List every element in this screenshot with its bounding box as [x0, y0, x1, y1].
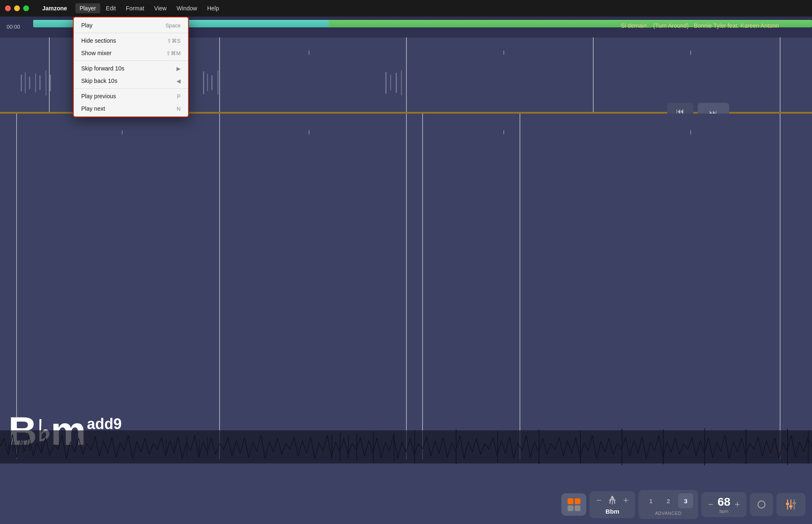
pitch-icon	[607, 495, 618, 506]
menu-divider-1	[74, 33, 188, 33]
svg-rect-4	[39, 75, 41, 90]
beat-buttons-row: 1 2 3	[643, 493, 693, 508]
lower-section-line-2	[219, 114, 220, 459]
pitch-plus-button[interactable]: +	[623, 495, 628, 506]
svg-rect-7	[203, 71, 204, 94]
svg-rect-20	[29, 443, 30, 451]
tempo-value-group: 68 bpm	[718, 495, 730, 514]
svg-rect-36	[497, 431, 498, 463]
menu-item-hide-sections[interactable]: Hide sections ⇧⌘S	[74, 34, 188, 47]
svg-rect-42	[746, 429, 747, 464]
menu-view[interactable]: View	[150, 3, 171, 13]
loop-button[interactable]	[750, 493, 773, 516]
menu-item-skip-forward[interactable]: Skip forward 10s ▶	[74, 62, 188, 75]
waveform-lower	[0, 426, 812, 468]
svg-rect-2	[29, 77, 30, 89]
beat-2-button[interactable]: 2	[661, 493, 676, 508]
grid-sections-button[interactable]	[561, 493, 586, 516]
menu-edit[interactable]: Edit	[102, 3, 120, 13]
svg-rect-24	[174, 441, 175, 453]
advanced-label: ADVANCED	[655, 511, 682, 516]
menu-items: Player Edit Format View Window Help	[75, 3, 223, 13]
lower-section-line-3	[406, 114, 407, 459]
svg-rect-21	[35, 444, 36, 449]
svg-rect-18	[17, 445, 17, 449]
tempo-plus-button[interactable]: +	[735, 499, 740, 510]
menu-help[interactable]: Help	[203, 3, 223, 13]
svg-rect-39	[621, 429, 622, 465]
svg-rect-50	[786, 503, 789, 505]
beat-3-button[interactable]: 3	[678, 493, 693, 508]
svg-rect-31	[356, 434, 357, 460]
svg-rect-10	[218, 70, 218, 95]
svg-rect-30	[348, 435, 349, 458]
lower-section-line-5	[520, 114, 520, 459]
menubar: Jamzone Player Edit Format View Window H…	[0, 0, 812, 17]
tempo-value: 68	[718, 495, 730, 509]
fullscreen-button[interactable]	[23, 5, 29, 11]
menu-player[interactable]: Player	[75, 3, 100, 13]
menu-item-play-next[interactable]: Play next N	[74, 102, 188, 115]
svg-rect-23	[166, 439, 167, 455]
svg-rect-26	[199, 439, 200, 454]
svg-rect-9	[211, 75, 213, 90]
svg-rect-33	[394, 433, 394, 461]
svg-rect-40	[663, 429, 664, 464]
menu-divider-2	[74, 61, 188, 61]
svg-rect-5	[46, 70, 46, 95]
chord-label: Bbm	[606, 508, 619, 515]
menu-item-skip-back[interactable]: Skip back 10s ◀	[74, 75, 188, 87]
bottom-toolbar: − + Bbm 1 2 3 ADVANCED	[561, 490, 805, 519]
svg-rect-51	[789, 505, 793, 507]
minimize-button[interactable]	[14, 5, 20, 11]
tempo-minus-button[interactable]: −	[708, 499, 713, 510]
pitch-minus-button[interactable]: −	[596, 495, 602, 506]
time-display: 00:00	[0, 24, 33, 30]
svg-rect-44	[808, 430, 809, 463]
orange-square-2	[575, 498, 580, 504]
svg-rect-34	[414, 430, 415, 463]
svg-rect-6	[50, 75, 51, 91]
svg-rect-0	[21, 75, 22, 91]
svg-rect-41	[704, 428, 705, 466]
svg-rect-28	[331, 434, 332, 459]
svg-rect-1	[25, 73, 26, 93]
svg-rect-8	[207, 74, 208, 91]
beat-1-button[interactable]: 1	[643, 493, 658, 508]
beat-selector: 1 2 3 ADVANCED	[638, 490, 698, 519]
menu-item-play[interactable]: Play Space	[74, 19, 188, 32]
grid-icon-bottom-row	[568, 505, 580, 511]
svg-rect-17	[12, 442, 13, 452]
menu-item-show-mixer[interactable]: Show mixer ⇧⌘M	[74, 47, 188, 59]
svg-rect-3	[35, 74, 36, 92]
pitch-control-row: − +	[596, 495, 628, 506]
svg-rect-27	[207, 438, 208, 456]
grid-icon-top-row	[568, 498, 580, 504]
app-name: Jamzone	[42, 5, 67, 12]
menu-window[interactable]: Window	[172, 3, 201, 13]
svg-rect-38	[580, 430, 581, 463]
svg-rect-15	[0, 430, 812, 463]
svg-rect-16	[8, 444, 9, 450]
svg-rect-13	[396, 73, 397, 93]
gray-square-2	[575, 505, 580, 511]
svg-rect-32	[373, 431, 374, 463]
close-button[interactable]	[5, 5, 11, 11]
lower-section: B ♭ m add9	[0, 114, 812, 524]
svg-rect-22	[41, 441, 42, 453]
waveform-bars	[0, 428, 812, 466]
lower-section-line-4	[422, 114, 423, 459]
lower-section-line-1	[16, 114, 17, 459]
svg-rect-52	[793, 502, 796, 504]
menu-format[interactable]: Format	[122, 3, 148, 13]
mixer-button[interactable]	[776, 493, 805, 516]
lower-tick-4	[690, 130, 691, 134]
menu-item-play-previous[interactable]: Play previous P	[74, 90, 188, 102]
loop-icon	[756, 499, 766, 510]
tempo-unit: bpm	[718, 509, 730, 514]
tempo-control-row: − 68 bpm +	[708, 495, 740, 514]
mixer-icon	[783, 497, 798, 512]
svg-rect-12	[390, 75, 391, 90]
player-dropdown-menu: Play Space Hide sections ⇧⌘S Show mixer …	[73, 17, 189, 117]
gray-square-1	[568, 505, 573, 511]
